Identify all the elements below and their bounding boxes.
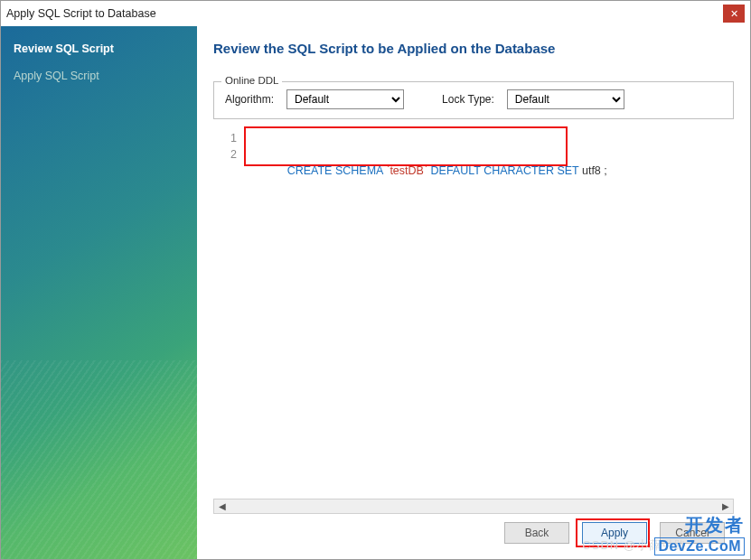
annotation-box (244, 126, 568, 166)
back-button[interactable]: Back (504, 522, 569, 544)
close-button[interactable]: ✕ (723, 5, 745, 23)
titlebar: Apply SQL Script to Database ✕ (1, 1, 750, 26)
sql-keyword: CREATE SCHEMA (287, 164, 383, 177)
scroll-right-icon[interactable]: ▶ (718, 499, 733, 513)
line-gutter: 1 2 (213, 125, 242, 499)
algorithm-select[interactable]: Default (286, 89, 404, 109)
dialog-body: Review SQL Script Apply SQL Script Revie… (1, 26, 750, 559)
online-ddl-group: Online DDL Algorithm: Default Lock Type:… (213, 81, 734, 119)
line-number: 1 (213, 130, 237, 146)
line-number: 2 (213, 146, 237, 163)
scroll-left-icon[interactable]: ◀ (214, 499, 230, 513)
lock-type-select[interactable]: Default (507, 89, 624, 109)
sql-keyword: DEFAULT CHARACTER SET (431, 164, 579, 177)
algorithm-label: Algorithm: (225, 93, 274, 106)
dialog-window: Apply SQL Script to Database ✕ Review SQ… (0, 0, 751, 560)
sql-editor: 1 2 CREATE SCHEMA `testDB` DEFAULT CHARA… (213, 125, 734, 514)
sql-text: utf8 ; (578, 164, 606, 177)
group-legend: Online DDL (221, 75, 282, 86)
watermark-bg: CSDN @小薛引路 (582, 537, 687, 554)
sql-identifier: `testDB` (386, 164, 427, 177)
lock-type-label: Lock Type: (442, 93, 494, 106)
sidebar-step-label: Apply SQL Script (14, 70, 99, 82)
window-title: Apply SQL Script to Database (6, 7, 156, 20)
sidebar-step-label: Review SQL Script (14, 42, 114, 55)
page-title: Review the SQL Script to be Applied on t… (213, 41, 734, 56)
sidebar-step-apply[interactable]: Apply SQL Script (1, 62, 197, 89)
sidebar-step-review[interactable]: Review SQL Script (1, 35, 197, 62)
sql-code[interactable]: CREATE SCHEMA `testDB` DEFAULT CHARACTER… (242, 125, 734, 499)
wizard-sidebar: Review SQL Script Apply SQL Script (1, 26, 197, 559)
close-icon: ✕ (730, 8, 738, 20)
horizontal-scrollbar[interactable]: ◀ ▶ (213, 499, 734, 514)
sql-editor-area[interactable]: 1 2 CREATE SCHEMA `testDB` DEFAULT CHARA… (213, 125, 734, 499)
main-panel: Review the SQL Script to be Applied on t… (197, 26, 750, 559)
